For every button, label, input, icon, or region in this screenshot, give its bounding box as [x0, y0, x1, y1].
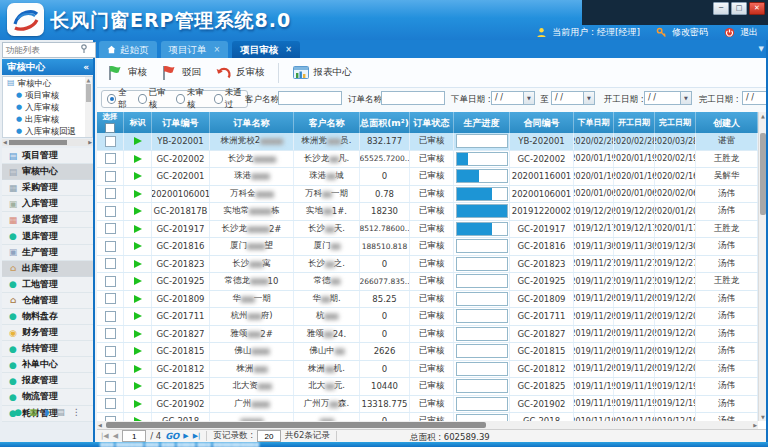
row-checkbox[interactable] — [105, 346, 116, 357]
table-row[interactable]: GC-202001珠港▆▆▆▆珠港▆▆城0已审核202001160012020/… — [97, 168, 758, 186]
logout-link[interactable]: 退出 — [740, 26, 758, 39]
sidebar-item-采购管理[interactable]: ▦采购管理 — [2, 180, 93, 196]
page-size-input[interactable] — [257, 430, 281, 442]
table-row[interactable]: GC-201823长沙▆▆▆寓长沙▆▆之.0已审核GC-2018232019/1… — [97, 256, 758, 274]
row-checkbox[interactable] — [105, 381, 116, 392]
column-header-订单编号[interactable]: 订单编号 — [152, 112, 210, 133]
chevron-down-icon[interactable]: ▼ — [583, 92, 594, 104]
table-row[interactable]: GC-201816厦门▆▆▆▆望厦门▆▆188510.818已审核GC-2018… — [97, 238, 758, 256]
tab-overflow-icon[interactable]: ▼ — [759, 45, 764, 53]
column-header-选择[interactable]: 选择 — [97, 112, 124, 133]
row-checkbox[interactable] — [105, 293, 116, 304]
sidebar-item-项目管理[interactable]: ▤项目管理 — [2, 148, 93, 164]
radio-未审核[interactable]: 未审核 — [176, 87, 209, 111]
scroll-left-icon[interactable]: ◀ — [98, 421, 102, 429]
horizontal-scrollbar[interactable]: ◀ ▶ — [97, 421, 758, 429]
sidebar-item-物料盘存[interactable]: ●物料盘存 — [2, 309, 93, 325]
radio-circle-icon[interactable] — [138, 94, 147, 104]
row-checkbox[interactable] — [105, 153, 116, 164]
tree-item-出库审核[interactable]: ●出库审核 — [3, 113, 92, 125]
sidebar-item-审核中心[interactable]: ▤审核中心 — [2, 164, 93, 180]
change-password-link[interactable]: 修改密码 — [672, 26, 708, 39]
row-checkbox[interactable] — [105, 136, 116, 147]
tree-item-入库审核[interactable]: ●入库审核 — [3, 101, 92, 113]
table-row[interactable]: GC-201902广州▆▆▆▆广州万▆▆森.13318.775已审核GC-201… — [97, 396, 758, 414]
first-page-button[interactable]: |◀ — [101, 432, 109, 440]
报表中心-button[interactable]: 报表中心 — [292, 64, 352, 82]
table-row[interactable]: GC-2018▆▆▆▆▆▆▆▆0已审核GC-20182019/11/192019… — [97, 413, 758, 421]
leaf-icon[interactable]: ◗ — [45, 407, 50, 417]
pin-icon[interactable] — [80, 44, 88, 53]
minimize-button[interactable]: ─ — [713, 2, 729, 15]
select-all-checkbox[interactable] — [105, 123, 115, 133]
collapse-icon[interactable]: « — [83, 59, 89, 75]
column-header-订单状态[interactable]: 订单状态 — [410, 112, 454, 133]
order-name-input[interactable] — [381, 91, 445, 105]
row-checkbox[interactable] — [105, 328, 116, 339]
row-checkbox[interactable] — [105, 311, 116, 322]
customer-name-input[interactable] — [278, 91, 342, 105]
table-row[interactable]: GC-201817B实地常▆▆▆▆▆栋实地▆▆1#.18230已审核201912… — [97, 203, 758, 221]
tree-item-入库审核回退[interactable]: ●入库审核回退 — [3, 125, 92, 137]
radio-circle-icon[interactable] — [107, 94, 116, 104]
more-icon[interactable]: ⋮ — [72, 407, 81, 417]
column-header-总面积(m²)[interactable]: 总面积(m²) — [360, 112, 410, 133]
反审核-button[interactable]: 反审核 — [214, 64, 265, 82]
column-header-生产进度[interactable]: 生产进度 — [454, 112, 510, 133]
maximize-button[interactable]: □ — [731, 2, 747, 15]
column-header-创建人[interactable]: 创建人 — [696, 112, 758, 133]
last-page-button[interactable]: ▶| — [193, 432, 201, 440]
close-tab-icon[interactable]: × — [285, 41, 292, 58]
column-header-合同编号[interactable]: 合同编号 — [510, 112, 574, 133]
go-button[interactable]: GO — [165, 431, 179, 441]
radio-circle-icon[interactable] — [176, 94, 185, 104]
row-checkbox[interactable] — [105, 206, 116, 217]
sidebar-item-补单中心[interactable]: ●补单中心 — [2, 357, 93, 373]
sidebar-panel-header[interactable]: 审核中心 « — [2, 59, 93, 75]
radio-已审核[interactable]: 已审核 — [138, 87, 171, 111]
row-checkbox[interactable] — [105, 398, 116, 409]
horizontal-scroll-thumb[interactable] — [106, 422, 486, 428]
row-checkbox[interactable] — [105, 171, 116, 182]
table-row[interactable]: YB-202001株洲党校2▆▆▆▆▆株洲党▆▆▆员.832.177已审核YB-… — [97, 133, 758, 151]
sidebar-item-退货管理[interactable]: ▦退货管理 — [2, 212, 93, 228]
tab-项目订单[interactable]: 项目订单× — [161, 41, 229, 58]
table-row[interactable]: GC-201825北大资▆▆▆北大▆▆元.10440已审核GC-20182520… — [97, 378, 758, 396]
start-date-input[interactable]: / /▼ — [644, 91, 692, 105]
column-header-客户名称[interactable]: 客户名称 — [294, 112, 360, 133]
radio-全部[interactable]: 全部 — [107, 87, 133, 111]
dot-icon[interactable]: ● — [14, 407, 22, 417]
close-button[interactable]: ✕ — [749, 2, 765, 15]
sidebar-item-仓储管理[interactable]: ⌂仓储管理 — [2, 293, 93, 309]
tree-horizontal-scrollbar[interactable]: ◀▶ — [2, 139, 93, 146]
table-row[interactable]: GC-201917长沙龙▆▆▆▆▆2#长沙▆▆天.8512.78600..已审核… — [97, 221, 758, 239]
sidebar-item-退库管理[interactable]: ●退库管理 — [2, 228, 93, 244]
row-checkbox[interactable] — [105, 363, 116, 374]
finish-date-input[interactable]: / / — [742, 91, 768, 105]
table-row[interactable]: GC-201711杭州▆▆▆府)杭▆▆▆0已审核GC-2017112019/11… — [97, 308, 758, 326]
sidebar-item-出库管理[interactable]: ⌂出库管理 — [2, 261, 93, 277]
close-tab-icon[interactable]: × — [214, 41, 221, 58]
sidebar-item-入库管理[interactable]: ▣入库管理 — [2, 196, 93, 212]
next-page-button[interactable]: ▶ — [183, 432, 188, 440]
sidebar-item-生产管理[interactable]: ▣生产管理 — [2, 245, 93, 261]
table-row[interactable]: GC-201812株洲▆▆▆株洲▆▆机.0已审核GC-2018122019/11… — [97, 361, 758, 379]
table-row[interactable]: GC-201925常德龙▆▆▆▆10常德▆▆266077.835..已审核GC-… — [97, 273, 758, 291]
page-number-input[interactable] — [122, 430, 146, 442]
sidebar-item-物流管理[interactable]: ●物流管理 — [2, 389, 93, 405]
column-header-完工日期[interactable]: 完工日期 — [655, 112, 696, 133]
column-header-订单名称[interactable]: 订单名称 — [210, 112, 294, 133]
tree-item-项目审核[interactable]: ●项目审核 — [3, 89, 92, 101]
doc-icon[interactable]: ▤ — [56, 407, 65, 417]
column-header-标识[interactable]: 标识 — [124, 112, 152, 133]
order-date-from-input[interactable]: / /▼ — [491, 91, 535, 105]
table-row[interactable]: GC-201815佛山▆▆▆▆佛山中▆▆2626已审核GC-2018152019… — [97, 343, 758, 361]
table-row[interactable]: GC-201809华▆▆▆一期华▆▆期.85.25已审核GC-201809201… — [97, 291, 758, 309]
tree-vertical-scrollbar[interactable]: ▲ — [85, 77, 92, 137]
sidebar-item-工地管理[interactable]: ●工地管理 — [2, 277, 93, 293]
prev-page-button[interactable]: ◀ — [113, 432, 118, 440]
sidebar-item-财务管理[interactable]: ◉财务管理 — [2, 325, 93, 341]
row-checkbox[interactable] — [105, 258, 116, 269]
tab-项目审核[interactable]: 项目审核× — [232, 41, 300, 58]
order-date-to-input[interactable]: / /▼ — [551, 91, 595, 105]
